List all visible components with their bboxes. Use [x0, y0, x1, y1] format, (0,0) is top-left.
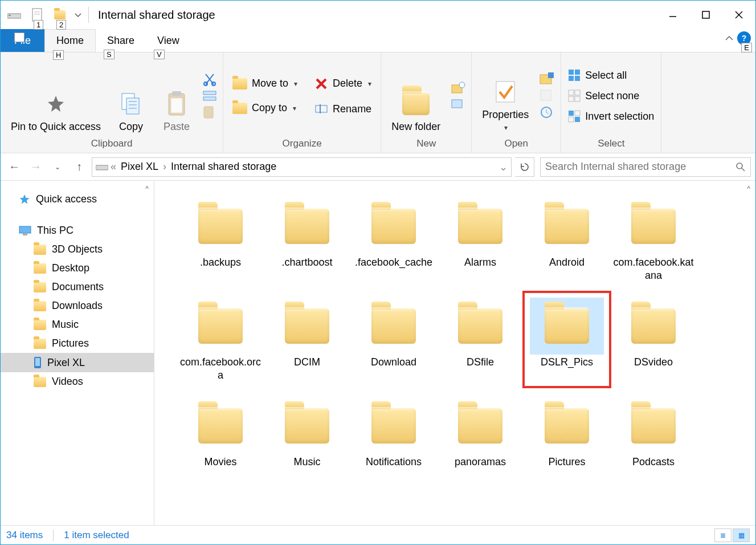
- breadcrumb-dropdown[interactable]: ⌄: [499, 161, 508, 173]
- folder-item[interactable]: .backups: [177, 192, 264, 287]
- quick-access-toolbar: 1 2: [3, 3, 85, 26]
- folder-item[interactable]: DSLR_Pics: [524, 292, 610, 387]
- group-open: Properties▾ Open: [472, 52, 561, 153]
- svg-rect-46: [96, 165, 108, 170]
- folder-item[interactable]: panoramas: [437, 392, 524, 474]
- tree-item-label: Videos: [52, 376, 83, 388]
- folder-item[interactable]: com.facebook.orca: [177, 292, 264, 387]
- copy-to-button[interactable]: Copy to▾: [229, 101, 301, 115]
- folder-item[interactable]: Download: [350, 292, 437, 387]
- rename-button[interactable]: Rename: [311, 102, 375, 116]
- folder-item[interactable]: .facebook_cache: [350, 192, 437, 287]
- svg-rect-44: [569, 117, 574, 122]
- tree-quick-access[interactable]: Quick access: [1, 190, 154, 209]
- folder-icon: [371, 308, 416, 344]
- folder-item[interactable]: Android: [524, 192, 610, 287]
- breadcrumb-current[interactable]: Internal shared storage: [169, 161, 279, 173]
- cut-icon[interactable]: [202, 72, 217, 87]
- back-button[interactable]: ←: [5, 158, 23, 176]
- properties-button[interactable]: Properties▾: [477, 56, 533, 136]
- navigation-bar: ← → ⌄ ↑ « Pixel XL › Internal shared sto…: [1, 153, 755, 181]
- folder-item[interactable]: DSfile: [437, 292, 524, 387]
- qat-dropdown[interactable]: [71, 3, 85, 26]
- new-item-icon[interactable]: [451, 82, 465, 94]
- view-icons-button[interactable]: ▦: [733, 528, 750, 542]
- folder-item[interactable]: com.facebook.katana: [610, 192, 697, 287]
- minimize-button[interactable]: [656, 3, 689, 27]
- move-to-button[interactable]: Move to▾: [229, 76, 301, 91]
- view-details-button[interactable]: ≣: [714, 528, 732, 542]
- svg-line-48: [742, 168, 745, 171]
- close-button[interactable]: [722, 3, 755, 27]
- search-input[interactable]: [545, 161, 735, 173]
- tree-item[interactable]: Desktop: [1, 259, 154, 278]
- easy-access-icon[interactable]: [451, 97, 465, 110]
- copy-path-icon[interactable]: [202, 90, 217, 101]
- tree-this-pc[interactable]: This PC: [1, 221, 154, 240]
- pin-quick-access-button[interactable]: Pin to Quick access: [6, 56, 105, 136]
- select-none-button[interactable]: Select none: [567, 88, 655, 103]
- folder-item[interactable]: Pictures: [524, 392, 610, 474]
- svg-rect-37: [575, 76, 580, 81]
- group-clipboard: Pin to Quick access Copy Paste Clipboard: [1, 52, 223, 153]
- folder-icon: [458, 209, 502, 244]
- folder-icon: [631, 308, 676, 344]
- maximize-button[interactable]: [689, 3, 722, 27]
- ribbon-tabs: File F Home H Share S View V ? E: [1, 29, 755, 52]
- search-box[interactable]: [540, 157, 751, 177]
- up-button[interactable]: ↑: [70, 158, 88, 176]
- select-all-button[interactable]: Select all: [567, 68, 655, 83]
- refresh-button[interactable]: [515, 157, 534, 177]
- folder-icon: [545, 408, 589, 444]
- tree-scroll-up-icon[interactable]: ^: [142, 184, 152, 193]
- folder-icon: [631, 209, 676, 244]
- tree-item-label: Documents: [52, 281, 104, 293]
- folder-name: .chartboost: [281, 256, 332, 269]
- new-folder-button[interactable]: New folder: [387, 56, 445, 136]
- search-icon[interactable]: [735, 162, 746, 172]
- tree-item[interactable]: Videos: [1, 372, 154, 391]
- breadcrumb[interactable]: « Pixel XL › Internal shared storage ⌄: [92, 157, 512, 177]
- paste-button[interactable]: Paste: [157, 56, 197, 136]
- tab-file[interactable]: File F: [1, 29, 44, 52]
- keytip-e: E: [741, 43, 752, 52]
- recent-dropdown[interactable]: ⌄: [48, 158, 67, 176]
- folder-item[interactable]: DSvideo: [610, 292, 697, 387]
- tab-share[interactable]: Share S: [96, 29, 146, 52]
- qat-folder-icon[interactable]: 2: [48, 3, 71, 26]
- svg-rect-1: [9, 15, 11, 16]
- qat-doc1-icon[interactable]: 1: [26, 3, 48, 26]
- paste-shortcut-icon[interactable]: [202, 105, 217, 120]
- collapse-ribbon-icon[interactable]: [725, 35, 734, 42]
- folder-icon: [545, 209, 589, 244]
- history-icon[interactable]: [539, 105, 555, 119]
- folder-item[interactable]: Music: [264, 392, 350, 474]
- tab-home[interactable]: Home H: [44, 29, 96, 52]
- tree-item[interactable]: Documents: [1, 278, 154, 296]
- content-pane[interactable]: ^ .backups.chartboost.facebook_cacheAlar…: [154, 181, 755, 525]
- folder-item[interactable]: Podcasts: [610, 392, 697, 474]
- tree-item[interactable]: Music: [1, 315, 154, 334]
- folder-item[interactable]: Notifications: [350, 392, 437, 474]
- content-scroll-up-icon[interactable]: ^: [744, 184, 753, 193]
- invert-selection-button[interactable]: Invert selection: [567, 109, 655, 124]
- folder-item[interactable]: Movies: [177, 392, 264, 474]
- tree-item[interactable]: Pictures: [1, 334, 154, 353]
- forward-button[interactable]: →: [27, 158, 45, 176]
- tree-item[interactable]: Downloads: [1, 296, 154, 315]
- delete-button[interactable]: Delete▾: [311, 76, 375, 92]
- edit-icon[interactable]: [539, 88, 555, 102]
- folder-item[interactable]: DCIM: [264, 292, 350, 387]
- copy-button[interactable]: Copy: [111, 56, 151, 136]
- qat-drive-icon[interactable]: [3, 3, 26, 26]
- folder-item[interactable]: .chartboost: [264, 192, 350, 287]
- breadcrumb-parent[interactable]: Pixel XL: [118, 161, 161, 173]
- tab-view[interactable]: View V: [146, 29, 191, 52]
- tree-item[interactable]: 3D Objects: [1, 240, 154, 259]
- svg-rect-28: [452, 100, 462, 108]
- svg-rect-29: [496, 82, 514, 102]
- tree-item[interactable]: Pixel XL: [1, 353, 154, 372]
- open-icon[interactable]: [539, 72, 555, 85]
- folder-item[interactable]: Alarms: [437, 192, 524, 287]
- navigation-tree[interactable]: ^ Quick access This PC 3D ObjectsDesktop…: [1, 181, 154, 525]
